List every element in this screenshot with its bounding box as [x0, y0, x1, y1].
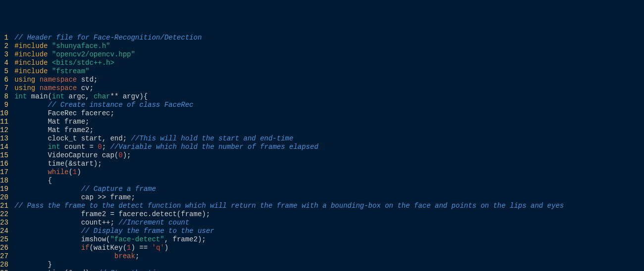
token-num: 1: [73, 168, 77, 176]
code-line[interactable]: // Capture a frame: [10, 185, 644, 193]
code-line[interactable]: if(waitKey(1) == 'q'): [10, 244, 644, 252]
token-ident: cv;: [77, 84, 94, 92]
line-number: 26: [0, 244, 8, 252]
token-ident: argc,: [64, 92, 94, 100]
line-number: 7: [0, 84, 8, 92]
token-comment: // Create instance of class FaceRec: [48, 101, 193, 109]
token-ident: count =: [60, 143, 98, 151]
code-line[interactable]: Mat frame2;: [10, 126, 644, 135]
code-line[interactable]: Mat frame;: [10, 118, 644, 126]
code-line[interactable]: // Display the frame to the user: [10, 227, 644, 235]
line-number: 24: [0, 227, 8, 235]
line-number: 4: [0, 59, 8, 67]
token-comment: //Increment count: [118, 219, 189, 226]
token-plain: [14, 168, 48, 176]
line-number: 3: [0, 50, 8, 59]
code-line[interactable]: // Pass the frame to the detect function…: [10, 202, 644, 210]
line-number: 22: [0, 210, 8, 219]
code-line[interactable]: time(&start);: [10, 160, 644, 168]
token-preproc: #include: [14, 59, 48, 67]
token-type: char: [94, 92, 110, 100]
code-line[interactable]: time(&end); // Stop the time: [10, 269, 644, 271]
code-area[interactable]: // Header file for Face-Recognition/Dete…: [10, 34, 644, 271]
line-number: 13: [0, 135, 8, 143]
token-kw2: break: [114, 252, 135, 260]
token-ident: ): [164, 244, 168, 252]
code-line[interactable]: // Create instance of class FaceRec: [10, 101, 644, 109]
token-ident: }: [14, 261, 52, 269]
token-ident: Mat frame2;: [14, 126, 94, 134]
token-plain: [48, 42, 52, 50]
token-num: 0: [118, 151, 122, 159]
code-line[interactable]: count++; //Increment count: [10, 219, 644, 227]
token-kw2: namespace: [40, 84, 77, 92]
line-number: 11: [0, 118, 8, 126]
code-line[interactable]: using namespace cv;: [10, 84, 644, 92]
line-number: 10: [0, 109, 8, 118]
line-number: 8: [0, 92, 8, 101]
token-comment: // Header file for Face-Recognition/Dete…: [14, 34, 202, 42]
code-line[interactable]: #include "shunyaface.h": [10, 42, 644, 50]
line-number: 19: [0, 185, 8, 193]
token-comment: // Capture a frame: [81, 185, 156, 193]
code-editor[interactable]: 1234567891011121314151617181920212223242…: [0, 34, 644, 271]
line-number: 16: [0, 160, 8, 168]
token-num: 0: [98, 143, 102, 151]
line-number-gutter: 1234567891011121314151617181920212223242…: [0, 34, 10, 271]
token-ident: main(: [27, 92, 52, 100]
token-ident: frame2 = facerec.detect(frame);: [14, 210, 210, 218]
code-line[interactable]: using namespace std;: [10, 76, 644, 84]
code-line[interactable]: #include "fstream": [10, 67, 644, 76]
token-comment: //Variable which hold the number of fram…: [110, 143, 319, 151]
token-ident: Mat frame;: [14, 118, 89, 126]
code-line[interactable]: clock_t start, end; //This will hold the…: [10, 135, 644, 143]
token-string: "face-detect": [110, 235, 164, 243]
token-plain: [48, 59, 52, 67]
token-preproc: #include: [14, 50, 48, 58]
line-number: 29: [0, 269, 8, 271]
token-type: int: [52, 92, 64, 100]
line-number: 12: [0, 126, 8, 135]
line-number: 2: [0, 42, 8, 50]
token-plain: [14, 143, 48, 151]
token-type: int: [48, 143, 60, 151]
code-line[interactable]: int count = 0; //Variable which hold the…: [10, 143, 644, 151]
token-ident: ;: [102, 143, 110, 151]
code-line[interactable]: // Header file for Face-Recognition/Dete…: [10, 34, 644, 42]
token-ident: ): [77, 168, 81, 176]
code-line[interactable]: #include "opencv2/opencv.hpp": [10, 50, 644, 59]
code-line[interactable]: frame2 = facerec.detect(frame);: [10, 210, 644, 219]
code-line[interactable]: break;: [10, 252, 644, 261]
token-comment: // Display the frame to the user: [81, 227, 215, 235]
token-plain: [14, 252, 114, 260]
token-string: "opencv2/opencv.hpp": [52, 50, 135, 58]
code-line[interactable]: #include <bits/stdc++.h>: [10, 59, 644, 67]
token-ident: count++;: [14, 219, 118, 226]
token-kw2: namespace: [40, 76, 77, 84]
token-ident: FaceRec facerec;: [14, 109, 114, 117]
token-ident: (: [68, 168, 72, 176]
line-number: 27: [0, 252, 8, 261]
code-line[interactable]: cap >> frame;: [10, 193, 644, 202]
token-char: 'q': [152, 244, 164, 252]
line-number: 6: [0, 76, 8, 84]
token-ident: VideoCapture cap(: [14, 151, 118, 159]
code-line[interactable]: int main(int argc, char** argv){: [10, 92, 644, 101]
token-angle: <bits/stdc++.h>: [52, 59, 114, 67]
token-ident: , frame2);: [164, 235, 206, 243]
code-line[interactable]: }: [10, 261, 644, 269]
token-string: "fstream": [52, 67, 90, 75]
token-plain: [48, 50, 52, 58]
code-line[interactable]: FaceRec facerec;: [10, 109, 644, 118]
token-ident: time(&end);: [14, 269, 98, 271]
code-line[interactable]: imshow("face-detect", frame2);: [10, 235, 644, 244]
code-line[interactable]: {: [10, 177, 644, 185]
token-plain: [35, 84, 39, 92]
code-line[interactable]: VideoCapture cap(0);: [10, 151, 644, 160]
line-number: 15: [0, 151, 8, 160]
line-number: 17: [0, 168, 8, 177]
token-preproc: #include: [14, 67, 48, 75]
code-line[interactable]: while(1): [10, 168, 644, 177]
token-ident: cap >> frame;: [14, 193, 135, 201]
token-ident: imshow(: [14, 235, 110, 243]
